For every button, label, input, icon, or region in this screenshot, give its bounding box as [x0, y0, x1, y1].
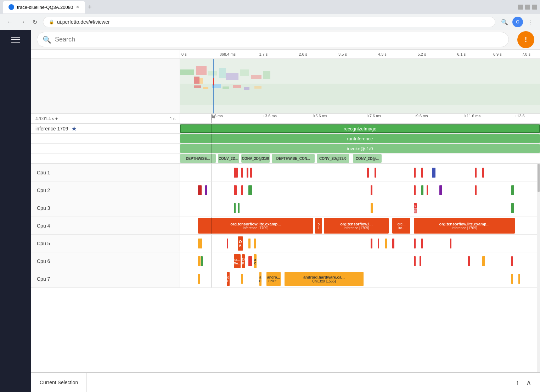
scrollbar-thumb[interactable]: [538, 164, 540, 192]
invoke-bar[interactable]: invoke@-1/0: [180, 144, 540, 153]
cpu5-content[interactable]: OR: [180, 235, 540, 252]
cpu4-bar-3[interactable]: org...inr...: [392, 218, 410, 234]
cpu2-bar-0[interactable]: [198, 185, 202, 195]
inference-row-1-content[interactable]: recognizeImage: [180, 124, 540, 133]
cpu4-bar-0[interactable]: org.tensorflow.lite.examp... inference […: [198, 218, 313, 234]
collapse-button[interactable]: ∧: [523, 375, 534, 390]
cpu6-bar-5[interactable]: aC: [254, 254, 257, 268]
inference-row-2-content[interactable]: runInference: [180, 134, 540, 143]
zoom-button[interactable]: 🔍: [500, 17, 510, 27]
cpu1-bar-1[interactable]: [241, 168, 243, 178]
cpu6-bar-9[interactable]: [482, 256, 485, 266]
run-inference-bar[interactable]: runInference: [180, 134, 540, 143]
cpu1-bar-9[interactable]: [475, 168, 477, 178]
cpu2-bar-4[interactable]: [248, 185, 252, 195]
cpu6-bar-1[interactable]: [201, 256, 203, 266]
conv2d-bar-4[interactable]: CONV_2D@...: [353, 154, 382, 163]
cpu2-bar-10[interactable]: [475, 185, 477, 195]
profile-button[interactable]: G: [512, 17, 523, 27]
cpu3-bar-1[interactable]: [238, 203, 240, 213]
star-icon[interactable]: ★: [71, 125, 77, 133]
cpu4-bar-2[interactable]: org.tensorflow.l... inference [1709]: [324, 218, 389, 234]
cpu7-bar-4[interactable]: andro...ChiCt...: [266, 272, 281, 286]
cpu1-bar-8[interactable]: [432, 168, 435, 178]
conv2d-bar-3[interactable]: CONV_2D@33/0: [317, 154, 349, 163]
close-button[interactable]: [532, 5, 537, 10]
search-input[interactable]: [37, 32, 509, 47]
vertical-scrollbar[interactable]: [537, 164, 540, 372]
cpu7-bar-3[interactable]: aC: [259, 272, 261, 286]
cpu3-bar-2[interactable]: [371, 203, 372, 213]
cpu1-bar-3[interactable]: [250, 168, 252, 178]
cpu5-bar-1[interactable]: [227, 239, 228, 248]
cpu2-bar-7[interactable]: [421, 185, 423, 195]
depthwise-bar[interactable]: DEPTHWISE...: [180, 154, 216, 163]
cpu6-bar-2[interactable]: or...Re...: [234, 254, 240, 268]
conv2d-bar-2[interactable]: CONV_2D@31/0: [241, 154, 270, 163]
cpu6-bar-0[interactable]: [198, 256, 201, 266]
cpu7-bar-5[interactable]: android.hardware.ca...ChiCtx0 [1565]: [285, 272, 364, 286]
cpu5-bar-8[interactable]: [392, 239, 394, 248]
cpu5-bar-2[interactable]: OR: [238, 236, 243, 251]
new-tab-button[interactable]: +: [85, 2, 95, 12]
cpu3-bar-0[interactable]: [234, 203, 236, 213]
cpu4-content[interactable]: org.tensorflow.lite.examp... inference […: [180, 217, 540, 234]
cpu6-bar-7[interactable]: [420, 256, 421, 266]
cpu6-bar-6[interactable]: [414, 256, 416, 266]
cpu2-bar-2[interactable]: [234, 185, 236, 195]
cpu6-bar-8[interactable]: [468, 256, 470, 266]
scroll-top-button[interactable]: ↑: [513, 376, 522, 390]
cpu4-bar-1[interactable]: oi: [315, 218, 322, 234]
cpu1-bar-6[interactable]: [414, 168, 416, 178]
cpu7-bar-6[interactable]: [511, 274, 513, 284]
cpu2-bar-8[interactable]: [427, 185, 428, 195]
cpu2-bar-9[interactable]: [439, 185, 442, 195]
cpu2-bar-6[interactable]: [414, 185, 416, 195]
cpu5-bar-3[interactable]: [248, 239, 251, 248]
cpu1-content[interactable]: [180, 164, 540, 181]
minimize-button[interactable]: [518, 5, 523, 10]
cpu1-bar-2[interactable]: [247, 168, 248, 178]
cpu7-bar-0[interactable]: [198, 274, 200, 284]
back-button[interactable]: ←: [6, 17, 14, 27]
cpu5-bar-0[interactable]: [198, 239, 202, 248]
cpu1-bar-4[interactable]: [367, 168, 369, 178]
inference-row-3-content[interactable]: invoke@-1/0: [180, 144, 540, 153]
cpu3-bar-3[interactable]: s: [414, 203, 416, 208]
inference-label[interactable]: inference 1709 ★: [31, 124, 180, 133]
conv2d-bar-1[interactable]: CONV_2D...: [218, 154, 240, 163]
address-bar[interactable]: 🔒 ui.perfetto.dev/#!/viewer: [43, 17, 495, 27]
cpu6-bar-10[interactable]: [511, 256, 513, 266]
cpu5-bar-9[interactable]: [414, 239, 416, 248]
cpu1-bar-7[interactable]: [421, 168, 423, 178]
browser-tab[interactable]: trace-blueline-QQ3A.20080 ✕: [3, 1, 85, 13]
cpu-tracks-area[interactable]: Cpu 1: [31, 164, 540, 372]
cpu7-bar-2[interactable]: [241, 274, 243, 284]
cpu2-bar-1[interactable]: [205, 185, 207, 195]
cpu2-content[interactable]: [180, 181, 540, 199]
depthwise-con-bar[interactable]: DEPTHWISE_CON...: [272, 154, 315, 163]
cpu5-bar-10[interactable]: [421, 239, 423, 248]
cpu6-content[interactable]: or...Re... OR aC: [180, 252, 540, 270]
cpu6-bar-3[interactable]: OR: [242, 254, 245, 268]
cpu3-bar-4[interactable]: S: [414, 208, 416, 213]
cpu4-bar-4[interactable]: org.tensorflow.lite.examp... inference […: [414, 218, 514, 234]
minimap-section[interactable]: [31, 59, 540, 114]
cpu1-bar-10[interactable]: [482, 168, 484, 178]
cpu5-bar-5[interactable]: [371, 239, 372, 248]
forward-button[interactable]: →: [18, 17, 27, 27]
cpu7-bar-7[interactable]: [518, 274, 520, 284]
cpu2-bar-11[interactable]: [511, 185, 514, 195]
minimap-canvas[interactable]: [180, 59, 540, 113]
cpu5-bar-4[interactable]: [254, 239, 256, 248]
cpu5-bar-11[interactable]: [450, 239, 451, 248]
tab-close-button[interactable]: ✕: [76, 5, 79, 10]
cpu7-bar-1[interactable]: oC: [227, 272, 230, 286]
cpu1-bar-5[interactable]: [375, 168, 376, 178]
maximize-button[interactable]: [525, 5, 530, 10]
cpu2-bar-3[interactable]: [241, 185, 243, 195]
cpu7-content[interactable]: oC aC andro...ChiCt... android.hardware.…: [180, 270, 540, 287]
cpu6-bar-4[interactable]: [248, 256, 252, 266]
inference-row-4-content[interactable]: DEPTHWISE... CONV_2D... CONV_2D@31/0 DEP…: [180, 153, 540, 163]
notification-button[interactable]: !: [517, 31, 534, 48]
